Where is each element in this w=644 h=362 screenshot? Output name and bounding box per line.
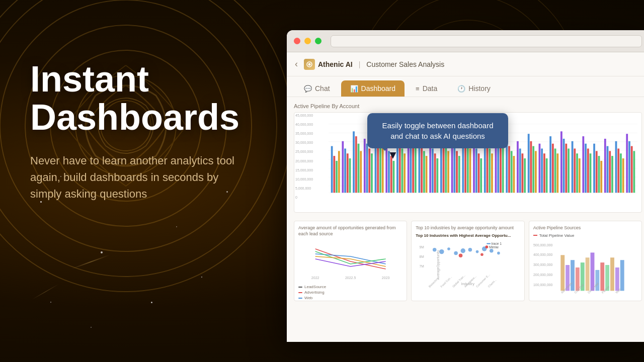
- back-button[interactable]: ‹: [295, 59, 298, 69]
- tab-chat[interactable]: 💬 Chat: [295, 80, 339, 97]
- svg-rect-104: [554, 148, 556, 193]
- url-bar[interactable]: [331, 35, 642, 47]
- svg-text:8M: 8M: [420, 255, 424, 258]
- svg-rect-112: [576, 153, 578, 193]
- svg-rect-109: [568, 148, 570, 193]
- svg-rect-115: [585, 144, 587, 193]
- svg-rect-102: [549, 136, 551, 193]
- svg-text:Mimiw: Mimiw: [489, 245, 499, 249]
- y-label-7: 15,000,000: [295, 168, 313, 172]
- pipeline-bar-chart-svg: 500,000,000 400,000,000 300,000,000 200,…: [533, 240, 637, 295]
- main-chart-area: Active Pipeline By Account 45,000,000 40…: [287, 97, 644, 217]
- brand-name: Athenic AI: [318, 60, 353, 68]
- traffic-light-minimize[interactable]: [304, 38, 311, 44]
- svg-rect-28: [347, 153, 349, 193]
- svg-rect-48: [401, 148, 404, 193]
- y-label-6: 20,000,000: [295, 159, 313, 163]
- svg-rect-32: [358, 144, 360, 193]
- svg-text:2022: 2022: [311, 276, 319, 280]
- svg-text:100,000,000: 100,000,000: [533, 283, 553, 286]
- history-icon: 🕐: [457, 85, 465, 93]
- svg-text:trace 1: trace 1: [492, 242, 502, 245]
- svg-rect-114: [582, 136, 584, 193]
- legend-leadsource: LeadSource: [298, 285, 403, 289]
- svg-rect-52: [412, 141, 414, 193]
- line-chart-legend: LeadSource Advertising Web Trade Show So…: [298, 285, 403, 301]
- svg-point-146: [468, 248, 472, 252]
- separator: |: [359, 60, 361, 68]
- svg-rect-49: [404, 153, 406, 193]
- svg-rect-107: [563, 139, 565, 193]
- logo-icon: [304, 59, 315, 70]
- svg-rect-118: [593, 144, 595, 193]
- y-label-2: 40,000,000: [295, 123, 313, 126]
- tab-data[interactable]: ≡ Data: [407, 80, 446, 97]
- svg-rect-117: [590, 153, 592, 193]
- svg-rect-37: [371, 153, 373, 193]
- svg-rect-101: [546, 158, 548, 193]
- legend-leadsource-label: LeadSource: [304, 285, 326, 289]
- svg-rect-81: [491, 153, 493, 193]
- svg-rect-97: [535, 151, 537, 193]
- svg-rect-53: [415, 146, 417, 193]
- svg-point-149: [490, 249, 494, 253]
- page-title: Customer Sales Analysis: [366, 60, 444, 68]
- svg-rect-93: [524, 158, 526, 193]
- legend-pipeline-label: Total Pipeline Value: [539, 233, 575, 238]
- traffic-light-maximize[interactable]: [315, 38, 321, 44]
- svg-rect-61: [436, 158, 438, 193]
- tab-history[interactable]: 🕐 History: [448, 80, 500, 97]
- svg-point-143: [447, 247, 450, 250]
- tab-bar: 💬 Chat 📊 Dashboard ≡ Data 🕐 History: [287, 76, 644, 97]
- legend-advertising-label: Advertising: [304, 290, 325, 295]
- tab-history-label: History: [468, 84, 491, 93]
- svg-rect-74: [473, 144, 475, 193]
- svg-rect-125: [611, 156, 613, 193]
- svg-text:Food Con...: Food Con...: [440, 275, 453, 288]
- mini-chart-2-subtitle: Top 10 Industries with Highest Average O…: [416, 233, 520, 238]
- tab-dashboard[interactable]: 📊 Dashboard: [341, 80, 405, 97]
- svg-rect-180: [610, 257, 614, 291]
- svg-text:Industry: Industry: [461, 281, 475, 286]
- svg-rect-90: [517, 141, 519, 193]
- svg-rect-124: [609, 151, 611, 193]
- chat-icon: 💬: [304, 85, 312, 93]
- svg-rect-66: [451, 141, 453, 193]
- svg-point-147: [476, 250, 479, 253]
- legend-advertising: Advertising: [298, 290, 403, 295]
- svg-rect-116: [587, 148, 589, 193]
- svg-rect-22: [331, 146, 333, 193]
- svg-rect-64: [445, 146, 447, 193]
- line-chart-svg: AvgOpportunityAmount 2022 2022.5 2023: [298, 239, 403, 282]
- svg-rect-25: [338, 151, 340, 193]
- svg-rect-68: [456, 151, 458, 193]
- svg-rect-35: [366, 144, 368, 193]
- mini-chart-lead-source: Average amount of opportunities generate…: [294, 221, 407, 301]
- browser-chrome: [287, 30, 644, 52]
- svg-text:500,000,000: 500,000,000: [533, 243, 553, 246]
- svg-rect-126: [615, 141, 617, 193]
- svg-point-142: [439, 249, 444, 254]
- y-label-3: 35,000,000: [295, 132, 313, 135]
- svg-rect-95: [530, 141, 532, 193]
- svg-rect-91: [519, 148, 521, 193]
- svg-rect-122: [604, 139, 606, 193]
- svg-rect-34: [364, 139, 366, 193]
- svg-rect-73: [469, 148, 471, 193]
- svg-rect-58: [429, 144, 431, 193]
- y-label-5: 25,000,000: [295, 150, 313, 153]
- y-label-4: 30,000,000: [295, 141, 313, 144]
- traffic-light-close[interactable]: [294, 38, 300, 44]
- subtext: Never have to learn another analytics to…: [30, 152, 252, 202]
- svg-rect-128: [620, 153, 622, 193]
- svg-rect-131: [628, 141, 630, 193]
- svg-rect-121: [600, 161, 602, 193]
- legend-web-label: Web: [304, 296, 312, 300]
- svg-rect-85: [502, 146, 504, 193]
- svg-rect-133: [633, 151, 635, 193]
- svg-point-153: [486, 245, 489, 248]
- svg-rect-55: [421, 146, 423, 193]
- svg-rect-75: [475, 148, 477, 193]
- svg-rect-23: [333, 156, 335, 193]
- svg-rect-89: [513, 156, 515, 193]
